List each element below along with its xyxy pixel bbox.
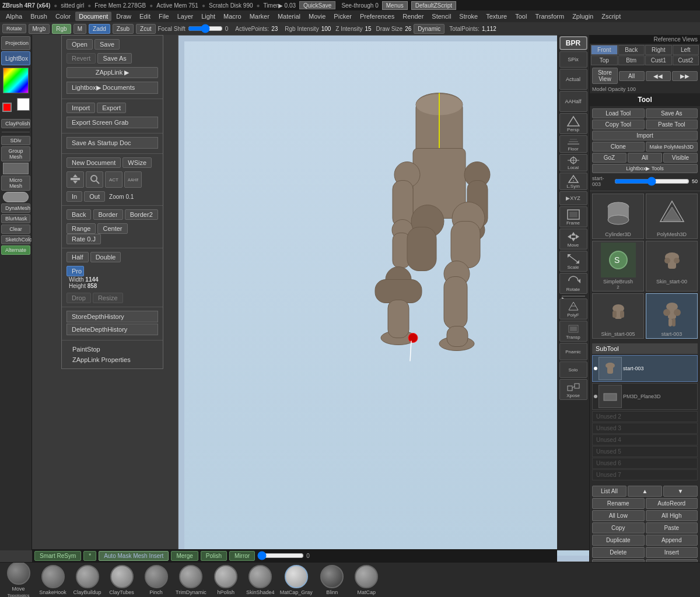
- autoreord-btn[interactable]: AutoReord: [646, 498, 698, 509]
- alternate-btn[interactable]: Alternate: [1, 245, 30, 255]
- duplicate-btn[interactable]: Duplicate: [592, 535, 645, 546]
- zoom-out-btn[interactable]: Out: [84, 191, 105, 202]
- zoom-btn[interactable]: [86, 171, 103, 188]
- menu-movie[interactable]: Movie: [305, 12, 329, 21]
- brush-hpolish[interactable]: hPolish: [210, 564, 242, 596]
- new-document-btn[interactable]: New Document: [66, 157, 121, 168]
- tool-thumb-simplebrush[interactable]: S SimpleBrush 2: [592, 241, 644, 292]
- xyz-btn[interactable]: ▶XYZ: [559, 191, 587, 205]
- brush-snakehook[interactable]: SnakeHook: [37, 564, 69, 596]
- menu-light[interactable]: Light: [198, 12, 219, 21]
- paint-stop-item[interactable]: PaintStop: [66, 344, 158, 354]
- mirror-slider[interactable]: [257, 551, 304, 560]
- range-btn[interactable]: Range: [66, 223, 96, 234]
- drop-btn[interactable]: Drop: [66, 293, 91, 303]
- brush-pinch[interactable]: Pinch: [140, 564, 172, 596]
- zapplink-props-item[interactable]: ZAppLink Properties: [66, 354, 158, 365]
- ref-back-btn[interactable]: Back: [618, 45, 645, 55]
- dynamesh-btn[interactable]: DynaMesh: [1, 203, 30, 213]
- bpr-btn[interactable]: BPR: [559, 36, 587, 50]
- resize-btn[interactable]: Resize: [93, 293, 123, 303]
- clone-btn[interactable]: Clone: [592, 142, 645, 152]
- brush-move[interactable]: Move Topologics: [2, 562, 34, 597]
- tool-thumb-skin-start[interactable]: Skin_start-00: [646, 241, 698, 292]
- menu-transform[interactable]: Transform: [531, 12, 568, 21]
- tool-thumb-cylinder[interactable]: Cylinder3D: [592, 194, 644, 239]
- clear-btn[interactable]: Clear: [1, 224, 30, 234]
- store-depth-btn[interactable]: StoreDepthHistory: [66, 311, 158, 322]
- save-btn[interactable]: Save: [94, 39, 120, 50]
- tool-thumb-polymesh[interactable]: PolyMesh3D: [646, 194, 698, 239]
- aahalf-btn[interactable]: AAHlf: [124, 171, 142, 188]
- scroll-btn[interactable]: [66, 171, 84, 188]
- zsub-btn[interactable]: Zsub: [113, 24, 134, 34]
- brush-trimdynamic[interactable]: TrimDynamic: [174, 564, 208, 596]
- menu-edit[interactable]: Edit: [136, 12, 154, 21]
- claypolish-btn[interactable]: ClayPolish: [1, 119, 30, 128]
- sketchcolor-btn[interactable]: SketchColor: [1, 235, 30, 244]
- all-low-btn[interactable]: All Low: [592, 510, 645, 521]
- auto-mask-btn[interactable]: Auto Mask Mesh Insert: [99, 551, 169, 561]
- menu-zscript[interactable]: Zscript: [598, 12, 624, 21]
- background-color[interactable]: [2, 103, 12, 112]
- local-btn[interactable]: Local: [559, 154, 587, 171]
- menu-file[interactable]: File: [155, 12, 173, 21]
- polish-btn[interactable]: Polish: [201, 551, 227, 561]
- transp-btn[interactable]: Transp: [559, 321, 587, 342]
- revert-btn[interactable]: Revert: [66, 53, 96, 64]
- menu-preferences[interactable]: Preferences: [356, 12, 398, 21]
- rate-btn[interactable]: Rate 0.J: [66, 234, 101, 244]
- list-all-btn[interactable]: List All: [592, 486, 626, 497]
- center-btn[interactable]: Center: [97, 223, 127, 234]
- spix-btn[interactable]: SPix: [559, 51, 587, 68]
- blurmask-btn[interactable]: BlurMask: [1, 214, 30, 223]
- list-up-btn[interactable]: ▲: [628, 486, 662, 497]
- zapplink-btn[interactable]: ZAppLink ▶: [66, 67, 158, 78]
- menu-stroke[interactable]: Stroke: [456, 12, 481, 21]
- pro-btn[interactable]: Pro: [66, 266, 84, 276]
- menu-document[interactable]: Document: [75, 12, 111, 21]
- append-btn[interactable]: Append: [646, 535, 698, 546]
- delete-depth-btn[interactable]: DeleteDepthHistory: [66, 324, 158, 335]
- lightbox-btn[interactable]: LightBox: [1, 51, 30, 65]
- list-down-btn[interactable]: ▼: [663, 486, 698, 497]
- dynamic-btn[interactable]: Dynamic: [414, 24, 444, 34]
- ref-btm-btn[interactable]: Btm: [618, 55, 645, 65]
- back-btn[interactable]: Back: [66, 209, 91, 220]
- export-btn[interactable]: Export: [97, 103, 126, 113]
- ref-right-btn[interactable]: Right: [645, 45, 672, 55]
- mrgb-btn[interactable]: Mrgb: [29, 24, 50, 34]
- tool-thumb-skin-start-005[interactable]: Skin_start-005: [592, 293, 644, 339]
- import-tool-btn[interactable]: Import: [592, 131, 698, 141]
- pnamic-btn[interactable]: Pnamic: [559, 343, 587, 360]
- smart-resym-btn[interactable]: Smart ReSym: [34, 551, 81, 561]
- brush-claytubes[interactable]: ClayTubes: [106, 564, 138, 596]
- wsize-btn[interactable]: WSize: [123, 157, 152, 168]
- lightbox-tools-btn[interactable]: Lightbox▶ Tools: [592, 164, 698, 173]
- goz-btn[interactable]: GoZ: [592, 153, 626, 163]
- solo-btn[interactable]: Solo: [559, 361, 587, 378]
- menu-zplugin[interactable]: Zplugin: [569, 12, 597, 21]
- actual-btn[interactable]: ACT: [105, 171, 123, 188]
- focal-shift-slider[interactable]: [188, 24, 223, 33]
- ref-cust2-btn[interactable]: Cust2: [673, 55, 699, 65]
- border-btn[interactable]: Border: [93, 209, 123, 220]
- actual-btn[interactable]: Actual: [559, 69, 587, 90]
- insert-btn[interactable]: Insert: [646, 547, 698, 558]
- expand-handle[interactable]: ▶: [562, 296, 585, 297]
- subtool-item-plane[interactable]: PM3D_Plane3D: [592, 383, 698, 410]
- m-btn[interactable]: M: [74, 24, 86, 34]
- frame-btn[interactable]: Frame: [559, 206, 587, 227]
- foreground-color[interactable]: [17, 98, 30, 111]
- color-swatch[interactable]: [3, 68, 29, 93]
- make-polymesh-btn[interactable]: Make PolyMesh3D: [646, 142, 698, 152]
- half-btn[interactable]: Half: [66, 252, 89, 262]
- mirror-btn[interactable]: Mirror: [229, 551, 255, 561]
- move-btn[interactable]: Move: [559, 229, 587, 250]
- load-tool-btn[interactable]: Load Tool: [592, 108, 645, 118]
- zadd-btn[interactable]: Zadd: [89, 24, 110, 34]
- all-tools-btn[interactable]: All: [628, 153, 662, 163]
- nav-prev-btn[interactable]: ◀◀: [646, 71, 671, 81]
- micro-mesh-btn[interactable]: Micro Mesh: [1, 175, 30, 191]
- save-as-startup-btn[interactable]: Save As Startup Doc: [66, 137, 158, 149]
